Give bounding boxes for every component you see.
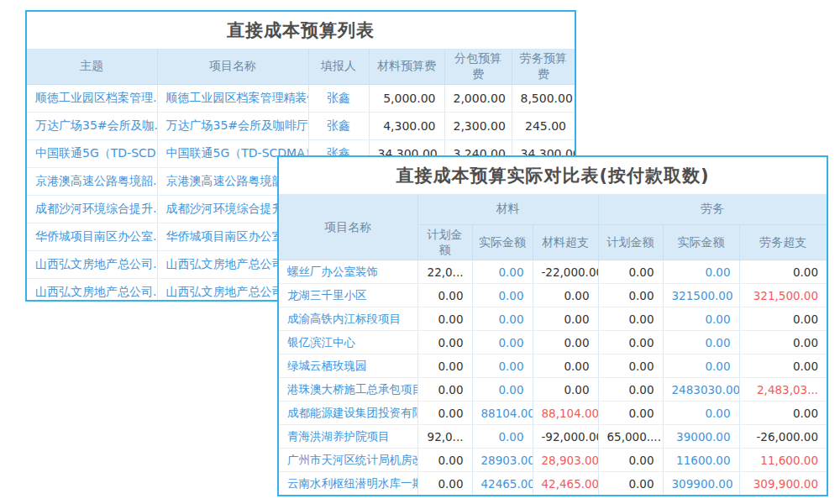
material-overrun-value: 0.00 (533, 331, 598, 354)
labor-plan-value: 0.00 (598, 378, 663, 402)
project-name-link[interactable]: 龙湖三千里小区 (279, 284, 417, 307)
comparison-body: 螺丝厂办公室装饰22,0...0.00-22,000.000.000.000.0… (279, 260, 827, 496)
project-name-link[interactable]: 银亿滨江中心 (279, 331, 417, 354)
labor-overrun-value: 0.00 (739, 260, 827, 284)
column-header-labor: 劳务预算费 (512, 49, 575, 84)
column-header-project: 项目名称 (157, 49, 308, 84)
subject-link[interactable]: 顺德工业园区档案管理... (27, 84, 157, 112)
budget-list-header-row: 主题 项目名称 填报人 材料预算费 分包预算费 劳务预算费 (27, 49, 575, 84)
reporter-link[interactable]: 张鑫 (308, 112, 369, 139)
budget-list-title: 直接成本预算列表 (27, 12, 575, 49)
labor-overrun-value: 2,483,03... (739, 378, 827, 402)
labor-actual-value[interactable]: 0.00 (663, 354, 739, 378)
project-link[interactable]: 万达广场35#会所及咖啡厅空... (157, 112, 308, 139)
labor-plan-value: 0.00 (598, 284, 663, 307)
table-row: 螺丝厂办公室装饰22,0...0.00-22,000.000.000.000.0… (279, 260, 827, 284)
group-header-material: 材料 (417, 194, 598, 224)
labor-actual-value[interactable]: 11600.00 (663, 449, 739, 472)
labor-overrun-value: 0.00 (739, 307, 827, 331)
material-overrun-value: -92,000.00 (533, 425, 598, 449)
labor-actual-value[interactable]: 0.00 (663, 260, 739, 284)
material-actual-value[interactable]: 0.00 (472, 260, 533, 284)
subcontract-budget-value: 2,300.00 (444, 112, 512, 139)
reporter-link[interactable]: 张鑫 (308, 84, 369, 112)
labor-actual-value[interactable]: 0.00 (663, 307, 739, 331)
project-name-link[interactable]: 广州市天河区统计局机房改造 (279, 449, 417, 472)
subcontract-budget-value: 2,000.00 (444, 84, 512, 112)
subject-link[interactable]: 华侨城项目南区办公室... (27, 223, 157, 250)
table-row: 万达广场35#会所及咖...万达广场35#会所及咖啡厅空...张鑫4,300.0… (27, 112, 575, 139)
table-row: 成渝高铁内江标段项目0.000.000.000.000.000.00 (279, 307, 827, 331)
column-header-material-plan: 计划金额 (417, 224, 472, 260)
table-row: 港珠澳大桥施工总承包项目0.000.000.000.002483030.002,… (279, 378, 827, 402)
material-plan-value: 0.00 (417, 378, 472, 402)
column-header-material: 材料预算费 (369, 49, 444, 84)
subject-link[interactable]: 山西弘文房地产总公司... (27, 250, 157, 278)
labor-plan-value: 0.00 (598, 331, 663, 354)
material-overrun-value: 0.00 (533, 378, 598, 402)
table-row: 绿城云栖玫瑰园0.000.000.000.000.000.00 (279, 354, 827, 378)
subject-link[interactable]: 京港澳高速公路粤境韶... (27, 167, 157, 195)
material-plan-value: 0.00 (417, 307, 472, 331)
column-header-labor-plan: 计划金额 (598, 224, 663, 260)
material-plan-value: 22,0... (417, 260, 472, 284)
labor-actual-value[interactable]: 39000.00 (663, 425, 739, 449)
labor-overrun-value: -26,000.00 (739, 425, 827, 449)
material-actual-value[interactable]: 88104.00 (472, 402, 533, 425)
comparison-title: 直接成本预算实际对比表(按付款取数) (279, 157, 827, 194)
material-plan-value: 0.00 (417, 402, 472, 425)
labor-overrun-value: 321,500.00 (739, 284, 827, 307)
comparison-group-header-row: 项目名称 材料 劳务 (279, 194, 827, 224)
project-name-link[interactable]: 绿城云栖玫瑰园 (279, 354, 417, 378)
labor-plan-value: 0.00 (598, 472, 663, 496)
labor-budget-value: 8,500.00 (512, 84, 575, 112)
table-row: 银亿滨江中心0.000.000.000.000.000.00 (279, 331, 827, 354)
material-budget-value: 4,300.00 (369, 112, 444, 139)
project-name-link[interactable]: 螺丝厂办公室装饰 (279, 260, 417, 284)
material-actual-value[interactable]: 0.00 (472, 307, 533, 331)
project-name-link[interactable]: 成都能源建设集团投资有限公 (279, 402, 417, 425)
labor-overrun-value: 309,900.00 (739, 472, 827, 496)
labor-actual-value[interactable]: 321500.00 (663, 284, 739, 307)
labor-overrun-value: 0.00 (739, 331, 827, 354)
subject-link[interactable]: 中国联通5G（TD-SCD... (27, 139, 157, 167)
labor-budget-value: 245.00 (512, 112, 575, 139)
labor-actual-value[interactable]: 2483030.00 (663, 378, 739, 402)
project-name-link[interactable]: 港珠澳大桥施工总承包项目 (279, 378, 417, 402)
material-plan-value: 0.00 (417, 354, 472, 378)
material-plan-value: 0.00 (417, 449, 472, 472)
subject-link[interactable]: 万达广场35#会所及咖... (27, 112, 157, 139)
labor-overrun-value: 11,600.00 (739, 449, 827, 472)
project-name-link[interactable]: 成渝高铁内江标段项目 (279, 307, 417, 331)
material-actual-value[interactable]: 0.00 (472, 354, 533, 378)
labor-actual-value[interactable]: 0.00 (663, 331, 739, 354)
comparison-card: 直接成本预算实际对比表(按付款取数) 项目名称 材料 劳务 计划金额 实际金额 … (277, 155, 828, 496)
labor-overrun-value: 0.00 (739, 402, 827, 425)
labor-actual-value[interactable]: 309900.00 (663, 472, 739, 496)
column-header-subcontract: 分包预算费 (444, 49, 512, 84)
project-link[interactable]: 顺德工业园区档案管理精装饰... (157, 84, 308, 112)
material-overrun-value: 28,903.00 (533, 449, 598, 472)
project-name-link[interactable]: 青海洪湖养护院项目 (279, 425, 417, 449)
subject-link[interactable]: 山西弘文房地产总公司... (27, 278, 157, 302)
subject-link[interactable]: 成都沙河环境综合提升... (27, 195, 157, 223)
material-plan-value: 92,0... (417, 425, 472, 449)
material-actual-value[interactable]: 0.00 (472, 425, 533, 449)
material-actual-value[interactable]: 0.00 (472, 378, 533, 402)
project-name-link[interactable]: 云南水利枢纽潜明水库一期工 (279, 472, 417, 496)
labor-plan-value: 0.00 (598, 307, 663, 331)
material-overrun-value: 0.00 (533, 354, 598, 378)
material-actual-value[interactable]: 42465.00 (472, 472, 533, 496)
material-plan-value: 0.00 (417, 331, 472, 354)
labor-overrun-value: 0.00 (739, 354, 827, 378)
column-header-labor-overrun: 劳务超支 (739, 224, 827, 260)
material-actual-value[interactable]: 28903.00 (472, 449, 533, 472)
material-plan-value: 0.00 (417, 472, 472, 496)
table-row: 广州市天河区统计局机房改造0.0028903.0028,903.000.0011… (279, 449, 827, 472)
labor-plan-value: 0.00 (598, 449, 663, 472)
labor-actual-value[interactable]: 0.00 (663, 402, 739, 425)
material-actual-value[interactable]: 0.00 (472, 284, 533, 307)
column-header-reporter: 填报人 (308, 49, 369, 84)
material-budget-value: 5,000.00 (369, 84, 444, 112)
material-actual-value[interactable]: 0.00 (472, 331, 533, 354)
